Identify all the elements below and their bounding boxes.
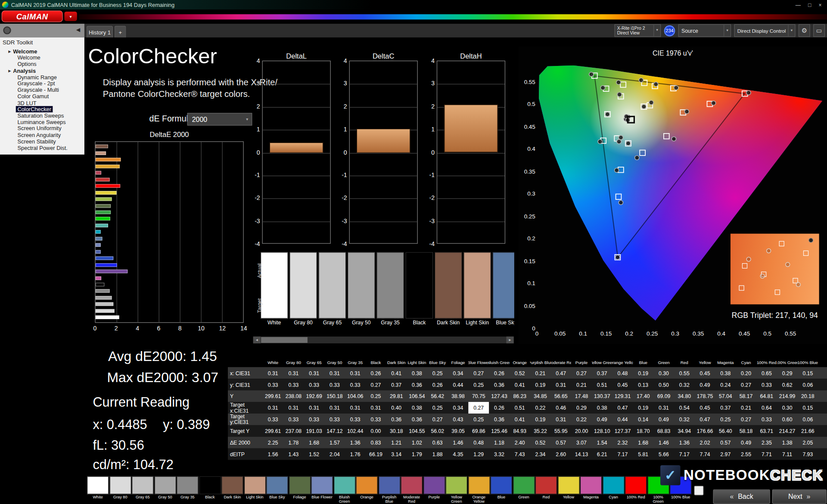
cell-purple-de[interactable]: 3.07 [571,437,592,448]
cell-moderate-red-ty[interactable]: 0.31 [550,414,571,425]
tab-history-1[interactable]: History 1 [87,26,113,37]
cell-100-red-deitp[interactable]: 7.71 [756,448,777,460]
cell-100-blue-tlum[interactable]: 21.66 [797,425,818,437]
cell-light-skin-ty[interactable]: 0.36 [407,414,427,425]
cell-purplish-blue-cy[interactable]: 0.19 [530,379,551,390]
cell-100-red-cx[interactable]: 0.65 [756,367,777,379]
cell-cyan-tx[interactable]: 0.21 [736,402,756,414]
cell-cyan-de[interactable]: 0.49 [736,437,756,448]
cell-gray-80-tx[interactable]: 0.31 [283,402,304,414]
cell-orange-yellow-tx[interactable]: 0.47 [612,402,633,414]
cell-blue-flower-cy[interactable]: 0.25 [468,379,489,390]
minimize-button[interactable]: — [796,2,801,7]
cell-blue-flower-ty[interactable]: 0.25 [468,414,489,425]
patch-swatch-purplish-blue[interactable]: Purplish Blue [379,476,400,504]
cell-green-deitp[interactable]: 5.66 [653,448,674,460]
tab-add-button[interactable]: + [115,26,126,37]
scroll-thumb[interactable] [261,337,308,342]
cell-orange-yellow-lum[interactable]: 129.31 [612,390,633,402]
cell-cyan-ty[interactable]: 0.27 [736,414,756,425]
cell-light-skin-cy[interactable]: 0.36 [407,379,427,390]
cell-blue-flower-tlum[interactable]: 69.86 [468,425,489,437]
cell-purple-tlum[interactable]: 20.00 [571,425,592,437]
source-selector[interactable]: Source ▼ [678,24,731,37]
cell-white-cx[interactable]: 0.31 [263,367,283,379]
cell-gray-80-lum[interactable]: 238.08 [283,390,304,402]
patch-swatch-green[interactable]: Green [513,476,535,504]
cell-green-de[interactable]: 1.46 [653,437,674,448]
patch-swatch-yellow-green[interactable]: Yellow Green [446,476,467,504]
cell-yellow-green-de[interactable]: 1.54 [592,437,612,448]
sidebar-group-welcome[interactable]: ▶Welcome [0,48,84,54]
cell-blue-lum[interactable]: 17.40 [633,390,653,402]
cell-yellow-deitp[interactable]: 7.74 [695,448,715,460]
cell-blue-tx[interactable]: 0.19 [633,402,653,414]
cell-100-green-lum[interactable]: 214.99 [777,390,798,402]
cell-gray-35-tlum[interactable]: 102.44 [345,425,366,437]
cell-blue-sky-tx[interactable]: 0.25 [427,402,448,414]
cell-orange-yellow-de[interactable]: 2.32 [612,437,633,448]
cell-purplish-blue-lum[interactable]: 34.85 [530,390,551,402]
cell-green-tlum[interactable]: 68.83 [653,425,674,437]
patch-swatch-blue-flower[interactable]: Blue Flower [311,476,333,504]
cell-gray-65-de[interactable]: 1.68 [304,437,324,448]
cell-100-red-lum[interactable]: 64.81 [756,390,777,402]
patch-swatch-orange[interactable]: Orange [356,476,378,504]
cell-gray-50-ty[interactable]: 0.33 [324,414,345,425]
cell-100-green-cy[interactable]: 0.62 [777,379,798,390]
cell-yellow-tx[interactable]: 0.45 [695,402,715,414]
cell-100-blue-cy[interactable]: 0.06 [797,379,818,390]
cell-black-cy[interactable]: 0.27 [366,379,386,390]
cell-yellow-green-deitp[interactable]: 6.21 [592,448,612,460]
cell-bluish-green-cx[interactable]: 0.26 [489,367,510,379]
cell-purple-deitp[interactable]: 14.13 [571,448,592,460]
cell-100-blue-tx[interactable]: 0.15 [797,402,818,414]
patch-swatch-orange-yellow[interactable]: Orange Yellow [468,476,490,504]
cell-foliage-ty[interactable]: 0.43 [448,414,469,425]
cell-white-de[interactable]: 2.25 [263,437,283,448]
sidebar-item-grayscale-2pt[interactable]: Grayscale - 2pt [0,80,84,87]
cell-light-skin-deitp[interactable]: 1.79 [407,448,427,460]
cell-blue-cy[interactable]: 0.13 [633,379,653,390]
cell-yellow-green-cy[interactable]: 0.51 [592,379,612,390]
patch-swatch-purple[interactable]: Purple [423,476,445,504]
cell-blue-sky-de[interactable]: 0.63 [427,437,448,448]
cell-moderate-red-deitp[interactable]: 2.60 [550,448,571,460]
workflow-menu-icon[interactable] [3,26,11,34]
display-control-selector[interactable]: Direct Display Control ▼ [734,24,795,37]
sidebar-item-colorchecker[interactable]: ColorChecker [0,106,84,112]
patch-swatch-foliage[interactable]: Foliage [289,476,310,504]
cell-gray-80-tlum[interactable]: 237.08 [283,425,304,437]
cell-foliage-de[interactable]: 1.46 [448,437,469,448]
cell-bluish-green-lum[interactable]: 127.43 [489,390,510,402]
cell-gray-80-cy[interactable]: 0.33 [283,379,304,390]
cell-purple-cy[interactable]: 0.21 [571,379,592,390]
patch-swatch-100-red[interactable]: 100% Red [625,476,647,504]
cell-gray-35-cy[interactable]: 0.33 [345,379,366,390]
cell-moderate-red-de[interactable]: 0.57 [550,437,571,448]
patch-swatch-gray-35[interactable]: Gray 35 [177,476,198,504]
cell-orange-tx[interactable]: 0.51 [510,402,530,414]
cell-yellow-tlum[interactable]: 176.66 [695,425,715,437]
back-button[interactable]: «Back [713,489,770,504]
cell-purple-ty[interactable]: 0.22 [571,414,592,425]
cell-orange-de[interactable]: 2.40 [510,437,530,448]
patch-swatch-bluish-green[interactable]: Bluish Green [333,476,355,504]
cell-yellow-green-ty[interactable]: 0.49 [592,414,612,425]
cell-blue-sky-cx[interactable]: 0.25 [427,367,448,379]
cell-gray-50-de[interactable]: 1.57 [324,437,345,448]
cell-light-skin-tlum[interactable]: 104.55 [407,425,427,437]
cell-gray-50-tx[interactable]: 0.31 [324,402,345,414]
cell-orange-tlum[interactable]: 84.93 [510,425,530,437]
cell-white-cy[interactable]: 0.33 [263,379,283,390]
cell-100-green-ty[interactable]: 0.60 [777,414,798,425]
cell-blue-flower-lum[interactable]: 70.75 [468,390,489,402]
cell-gray-65-tx[interactable]: 0.31 [304,402,324,414]
cell-light-skin-de[interactable]: 1.02 [407,437,427,448]
cell-magenta-deitp[interactable]: 2.97 [715,448,736,460]
cell-gray-65-tlum[interactable]: 191.03 [304,425,324,437]
cell-red-cy[interactable]: 0.32 [674,379,695,390]
patch-swatch-black[interactable]: Black [199,476,221,504]
patch-swatch-gray-50[interactable]: Gray 50 [154,476,176,504]
sidebar-item-screen-stability[interactable]: Screen Stability [0,138,84,144]
